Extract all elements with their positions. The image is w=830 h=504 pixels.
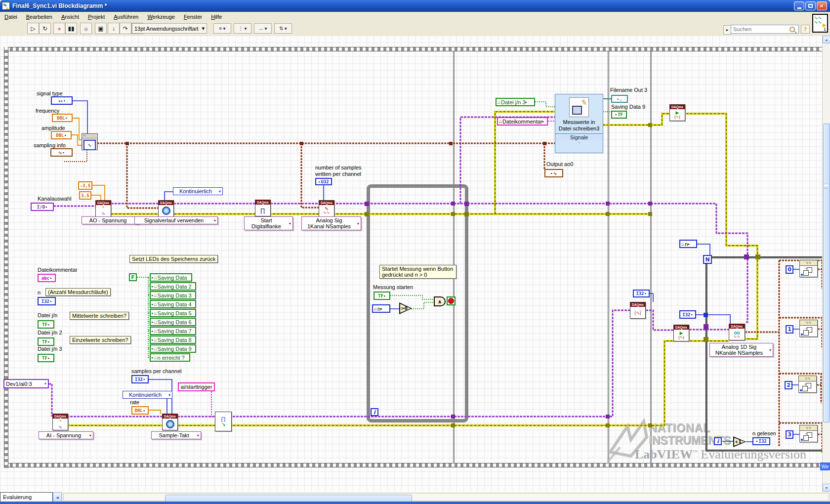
build-graph-node-1[interactable]: ∿∿→	[799, 320, 818, 337]
local-saving-data-9[interactable]: ▸⌂Saving Data 9	[150, 344, 196, 353]
iteration-terminal-inner[interactable]: i	[371, 408, 378, 416]
signal-type-control[interactable]: ◂▸▸	[51, 96, 73, 105]
frequency-control[interactable]: DBL▸	[52, 114, 73, 122]
greater-than-zero-node[interactable]: >0	[399, 302, 412, 314]
local-n-erreicht[interactable]: ▸⌂n erreicht ?	[150, 353, 190, 362]
datei-jn-control[interactable]: TF▸	[38, 320, 54, 329]
sampling-info-control[interactable]: ∿▸	[50, 148, 73, 157]
dateikommentar-control[interactable]: abc▸	[38, 274, 56, 282]
n-gelesen-indicator[interactable]: ▸I32	[752, 437, 770, 445]
scroll-down-button[interactable]: ▼	[823, 484, 830, 492]
menu-projekt[interactable]: Projekt	[83, 13, 109, 21]
minimize-button[interactable]	[794, 1, 804, 10]
iteration-terminal-forloop[interactable]: i	[714, 437, 722, 445]
menu-ansicht[interactable]: Ansicht	[57, 13, 83, 21]
highlight-execution-button[interactable]: ☼	[80, 23, 92, 34]
menu-bearbeiten[interactable]: Bearbeiten	[22, 13, 57, 21]
for-loop-border-top[interactable]	[706, 256, 830, 258]
write-to-file-express-vi[interactable]: ✎ Messwerte inDatei schreiben3 Signale ⌄	[555, 94, 603, 153]
daqmx-start-task-node[interactable]: DAQmx ▶{∿}	[673, 325, 689, 341]
menu-datei[interactable]: Datei	[0, 13, 22, 21]
daqmx-task-node-top-right[interactable]: DAQmx ▶{∿}	[669, 104, 685, 121]
limit-high-constant[interactable]: 3,5	[79, 191, 91, 200]
align-objects-button[interactable]: ≡▾	[213, 23, 231, 34]
resize-objects-button[interactable]: ↔▾	[254, 23, 272, 34]
daqmx-start-trigger-node[interactable]: DAQmx ∏	[255, 200, 271, 216]
daqmx-timing-ao-node[interactable]: DAQmx	[158, 200, 174, 217]
help-button[interactable]: ?	[801, 25, 810, 34]
and-gate-node[interactable]: ∧	[434, 296, 446, 306]
daqmx-create-ai-node[interactable]: DAQmx *∿	[52, 414, 68, 430]
starttrigger-constant[interactable]: ai/starttrigger	[178, 382, 215, 391]
reorder-button[interactable]: ⇅▾	[274, 23, 292, 34]
close-button[interactable]: ✕	[817, 1, 827, 10]
trigger-selector[interactable]: StartDigitalflanke▾	[244, 216, 293, 230]
daqmx-timing-ai-node[interactable]: DAQmx	[162, 414, 178, 430]
context-tab[interactable]: Evaluierung	[0, 492, 53, 502]
ao-create-selector[interactable]: AO - Spannung▾	[82, 216, 139, 224]
digital-edge-trigger-node[interactable]: ∏↘	[215, 412, 232, 431]
while-loop-border-left[interactable]	[4, 47, 8, 468]
messung-starten-control[interactable]: TF▸	[374, 292, 390, 300]
run-button[interactable]: ▷	[27, 23, 39, 34]
i32-control-mid[interactable]: I32▸	[633, 290, 650, 297]
local-saving-data-3[interactable]: ▸⌂Saving Data 3	[150, 291, 196, 299]
samples-written-indicator[interactable]: ▸U32	[315, 178, 332, 185]
menu-ausfuehren[interactable]: Ausführen	[109, 13, 143, 21]
horizontal-scrollbar[interactable]	[63, 493, 829, 501]
maximize-button[interactable]	[805, 1, 816, 10]
menu-hilfe[interactable]: Hilfe	[207, 13, 226, 21]
loop-condition-terminal[interactable]	[447, 296, 456, 305]
build-graph-node-0[interactable]: ∿∿→	[799, 260, 818, 277]
i32-control-forloop[interactable]: I32▸	[679, 310, 696, 319]
amplitude-control[interactable]: DBL▸	[51, 131, 72, 139]
samples-per-channel-control[interactable]: I32▸	[131, 375, 149, 383]
local-saving-data-8[interactable]: ▸⌂Saving Data 8	[150, 336, 196, 344]
index-constant-1[interactable]: 1	[786, 325, 793, 334]
build-graph-node-2[interactable]: ∿∿→	[798, 376, 817, 393]
limit-low-constant[interactable]: -3,5	[78, 181, 92, 190]
local-saving-data-5[interactable]: ▸⌂Saving Data 5	[150, 309, 196, 317]
run-continuous-button[interactable]: ↻	[39, 23, 51, 34]
build-graph-node-3[interactable]: ∿∿→	[799, 425, 818, 442]
local-saving-data-2[interactable]: ▸⌂Saving Data 2	[150, 282, 196, 291]
ai-create-selector[interactable]: AI - Spannung▾	[39, 431, 93, 439]
search-history-button[interactable]: ▸	[723, 25, 731, 35]
saving-data9-indicator[interactable]: ▸TF	[611, 111, 627, 119]
rate-control[interactable]: DBL▸	[131, 406, 149, 415]
local-variable-n-right[interactable]: ⌂n▸	[679, 240, 697, 248]
distribute-objects-button[interactable]: ⋮▾	[234, 23, 251, 34]
step-into-button[interactable]: ↓	[108, 23, 120, 34]
device-channel-constant[interactable]: Dev1/ai0:3▾	[3, 379, 49, 388]
local-saving-data-6[interactable]: ▸⌂Saving Data 6	[150, 318, 196, 326]
daqmx-write-node[interactable]: DAQmx ✎∿∿	[319, 200, 334, 217]
pause-button[interactable]: ▮▮	[65, 23, 77, 34]
datei-jn2-control[interactable]: TF▸	[38, 337, 54, 346]
abort-button[interactable]: ●	[53, 23, 65, 34]
write-selector[interactable]: Analog Sig1Kanal NSamples▾	[301, 216, 361, 230]
vertical-scrollbar-thumb[interactable]	[823, 124, 830, 422]
daqmx-read-node[interactable]: DAQmx oo∿∿	[729, 324, 745, 340]
daqmx-clear-task-node[interactable]: DAQmx {∿}	[630, 302, 646, 319]
loop-count-terminal[interactable]: N	[703, 255, 712, 264]
continuous-ring-constant[interactable]: Kontinuierlich▾	[173, 187, 223, 195]
menu-fenster[interactable]: Fenster	[179, 13, 207, 21]
local-saving-data-4[interactable]: ▸⌂Saving Data 4	[150, 300, 196, 308]
continuous-ring-constant-2[interactable]: Kontinuierlich▾	[123, 391, 172, 399]
index-constant-3[interactable]: 3	[786, 430, 793, 439]
while-loop-border-top[interactable]	[4, 47, 830, 51]
vi-icon-button[interactable]: ∿∿∿∿ ▶ 1	[812, 14, 828, 33]
for-loop-border-left[interactable]	[706, 256, 707, 451]
for-loop-border-bottom[interactable]	[706, 450, 830, 452]
basic-function-generator-node[interactable]: ∿ ∿	[82, 133, 98, 150]
local-saving-data-7[interactable]: ▸⌂Saving Data 7	[150, 327, 196, 335]
increment-node[interactable]: +1	[733, 436, 746, 447]
index-constant-2[interactable]: 2	[785, 381, 792, 389]
read-selector[interactable]: Analog 1D SigNKanäle NSamples▾	[709, 343, 773, 357]
index-constant-0[interactable]: 0	[786, 265, 793, 274]
scroll-up-button[interactable]: ▲	[823, 36, 830, 43]
font-selector[interactable]: 13pt Anwendungsschriftart ▾	[132, 23, 207, 34]
filename-out-indicator[interactable]: ▸‥	[611, 95, 628, 103]
ao-timing-selector[interactable]: Signalverlauf verwenden▾	[134, 216, 218, 224]
ai-timing-selector[interactable]: Sample-Takt▾	[151, 431, 201, 439]
